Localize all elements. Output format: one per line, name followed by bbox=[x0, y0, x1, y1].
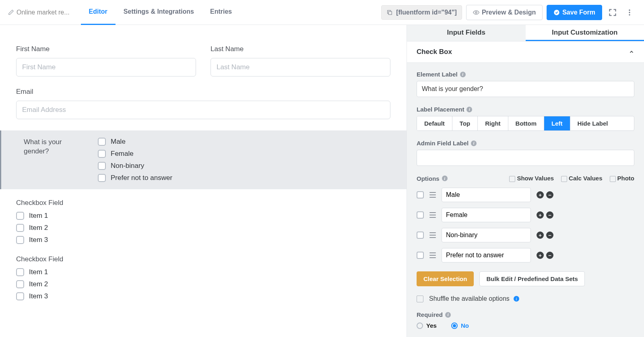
checkbox-icon bbox=[98, 174, 106, 182]
checkbox-option[interactable]: Item 3 bbox=[16, 236, 390, 244]
email-input[interactable] bbox=[16, 101, 390, 119]
seg-right[interactable]: Right bbox=[478, 116, 508, 130]
drag-handle-icon[interactable] bbox=[429, 252, 436, 258]
clear-selection-button[interactable]: Clear Selection bbox=[417, 271, 474, 286]
main-area: First Name Last Name Email What is your … bbox=[0, 25, 644, 337]
options-group: Options i Show Values Calc Values Photo bbox=[417, 175, 634, 263]
bulk-edit-button[interactable]: Bulk Edit / Predefined Data Sets bbox=[479, 271, 585, 286]
option-default-checkbox[interactable] bbox=[417, 211, 424, 219]
element-label-input[interactable] bbox=[417, 81, 634, 97]
checkbox-icon bbox=[16, 224, 24, 232]
fullscreen-icon bbox=[609, 8, 617, 17]
admin-field-label-input[interactable] bbox=[417, 150, 634, 166]
gender-option[interactable]: Male bbox=[98, 138, 172, 146]
remove-option-button[interactable]: − bbox=[546, 232, 553, 239]
field-email[interactable]: Email bbox=[16, 88, 390, 119]
seg-hide-label[interactable]: Hide Label bbox=[570, 116, 615, 130]
info-icon[interactable]: i bbox=[466, 107, 472, 112]
checkbox-option[interactable]: Item 2 bbox=[16, 224, 390, 232]
remove-option-button[interactable]: − bbox=[546, 211, 553, 219]
gender-option[interactable]: Female bbox=[98, 150, 172, 158]
checkbox-option[interactable]: Item 2 bbox=[16, 280, 390, 288]
required-no-radio[interactable]: No bbox=[451, 322, 469, 329]
form-canvas: First Name Last Name Email What is your … bbox=[0, 25, 407, 337]
info-icon[interactable]: i bbox=[445, 312, 451, 318]
check-circle-icon bbox=[553, 9, 560, 16]
checkbox-icon bbox=[16, 212, 24, 220]
seg-bottom[interactable]: Bottom bbox=[508, 116, 545, 130]
add-option-button[interactable]: + bbox=[537, 191, 544, 198]
checkbox-option[interactable]: Item 1 bbox=[16, 212, 390, 220]
info-icon[interactable]: i bbox=[471, 141, 477, 146]
checkbox-icon bbox=[16, 236, 24, 244]
drag-handle-icon[interactable] bbox=[429, 212, 436, 218]
add-option-button[interactable]: + bbox=[537, 232, 544, 239]
option-value-input[interactable] bbox=[442, 248, 531, 263]
gender-option[interactable]: Prefer not to answer bbox=[98, 174, 172, 182]
required-yes-radio[interactable]: Yes bbox=[417, 322, 437, 329]
svg-point-4 bbox=[629, 12, 630, 13]
preview-design-button[interactable]: Preview & Design bbox=[466, 5, 543, 20]
info-icon[interactable]: i bbox=[442, 176, 448, 181]
form-title[interactable]: Online market re... bbox=[8, 9, 81, 16]
more-menu-button[interactable] bbox=[623, 6, 636, 19]
option-default-checkbox[interactable] bbox=[417, 252, 424, 259]
checkbox-icon bbox=[16, 280, 24, 288]
gender-option-label: Female bbox=[111, 150, 134, 158]
info-icon[interactable]: i bbox=[460, 72, 466, 77]
field-checkbox-1[interactable]: Checkbox Field Item 1 Item 2 Item 3 bbox=[16, 199, 390, 244]
last-name-label: Last Name bbox=[211, 45, 390, 53]
section-header-checkbox[interactable]: Check Box bbox=[407, 41, 644, 63]
tab-input-fields[interactable]: Input Fields bbox=[407, 25, 526, 41]
option-value-input[interactable] bbox=[442, 208, 531, 222]
option-value-input[interactable] bbox=[442, 188, 531, 202]
photo-toggle[interactable]: Photo bbox=[610, 175, 635, 182]
add-option-button[interactable]: + bbox=[537, 211, 544, 219]
label-placement-segment: Default Top Right Bottom Left Hide Label bbox=[417, 116, 634, 131]
copy-icon bbox=[386, 9, 393, 16]
checkbox-icon bbox=[98, 138, 106, 146]
chevron-up-icon bbox=[629, 49, 634, 55]
show-values-toggle[interactable]: Show Values bbox=[509, 175, 554, 182]
shuffle-row[interactable]: Shuffle the available options i bbox=[417, 295, 634, 302]
shortcode-box[interactable]: [fluentform id="94"] bbox=[381, 5, 462, 20]
option-row: +− bbox=[417, 248, 634, 263]
checkbox-option-label: Item 2 bbox=[29, 280, 48, 288]
calc-values-toggle[interactable]: Calc Values bbox=[561, 175, 602, 182]
shuffle-label: Shuffle the available options bbox=[429, 295, 510, 302]
info-icon[interactable]: i bbox=[514, 296, 519, 302]
save-form-button[interactable]: Save Form bbox=[547, 5, 602, 20]
first-name-input[interactable] bbox=[16, 58, 196, 76]
pencil-icon bbox=[8, 9, 14, 15]
eye-icon bbox=[473, 9, 479, 16]
option-default-checkbox[interactable] bbox=[417, 191, 424, 198]
field-first-name[interactable]: First Name bbox=[16, 45, 196, 76]
gender-option[interactable]: Non-binary bbox=[98, 162, 172, 170]
fullscreen-button[interactable] bbox=[606, 6, 619, 19]
checkbox-option[interactable]: Item 3 bbox=[16, 292, 390, 300]
field-gender-selected[interactable]: What is your gender? Male Female Non-bin… bbox=[0, 130, 407, 189]
drag-handle-icon[interactable] bbox=[429, 192, 436, 198]
drag-handle-icon[interactable] bbox=[429, 232, 436, 238]
tab-settings[interactable]: Settings & Integrations bbox=[116, 0, 202, 25]
gender-option-label: Male bbox=[111, 138, 126, 146]
option-value-input[interactable] bbox=[442, 228, 531, 242]
checkbox-option[interactable]: Item 1 bbox=[16, 268, 390, 276]
tab-editor[interactable]: Editor bbox=[81, 0, 116, 25]
tab-entries[interactable]: Entries bbox=[202, 0, 240, 25]
seg-left[interactable]: Left bbox=[544, 116, 570, 130]
first-name-label: First Name bbox=[16, 45, 196, 53]
option-default-checkbox[interactable] bbox=[417, 232, 424, 239]
field-checkbox-2[interactable]: Checkbox Field Item 1 Item 2 Item 3 bbox=[16, 255, 390, 300]
remove-option-button[interactable]: − bbox=[546, 191, 553, 198]
field-last-name[interactable]: Last Name bbox=[211, 45, 390, 76]
tab-input-customization[interactable]: Input Customization bbox=[526, 25, 644, 41]
add-option-button[interactable]: + bbox=[537, 252, 544, 259]
seg-top[interactable]: Top bbox=[452, 116, 478, 130]
checkbox-option-label: Item 1 bbox=[29, 268, 48, 276]
shortcode-text: [fluentform id="94"] bbox=[396, 9, 457, 16]
last-name-input[interactable] bbox=[211, 58, 390, 76]
seg-default[interactable]: Default bbox=[417, 116, 452, 130]
radio-icon bbox=[417, 323, 423, 329]
remove-option-button[interactable]: − bbox=[546, 252, 553, 259]
